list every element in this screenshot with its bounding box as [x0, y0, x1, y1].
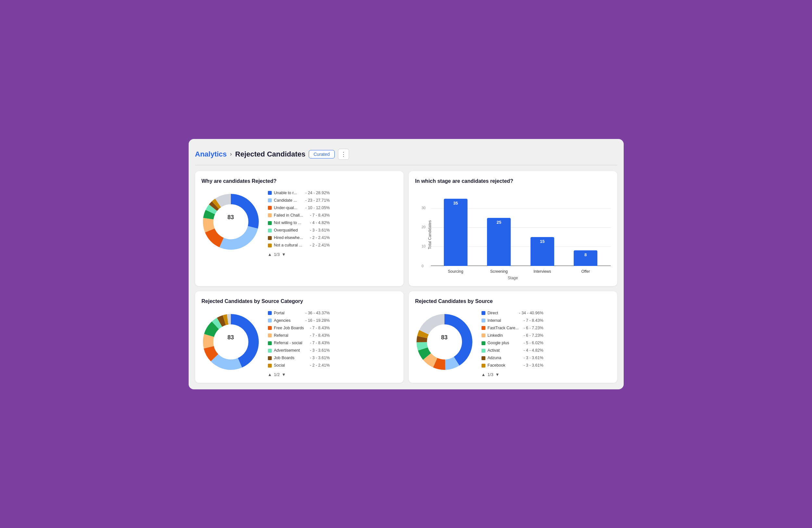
legend-label: Adzuna [488, 354, 521, 362]
source-rejected-legend: Direct - 34 - 40.96% Internal - 7 - 8.43… [481, 310, 543, 377]
bar-value: 25 [497, 220, 501, 225]
legend-color [481, 356, 485, 360]
legend-color [268, 356, 272, 360]
why-rejected-title: Why are candidates Rejected? [202, 178, 397, 184]
legend-item: Under-qual... - 10 - 12.05% [268, 204, 330, 212]
legend-value: - 2 - 2.41% [310, 234, 330, 242]
pag-up-icon2: ▲ [268, 372, 272, 377]
svg-point-21 [218, 330, 243, 354]
legend-item: Social - 2 - 2.41% [268, 362, 330, 369]
why-rejected-legend: Unable to r... - 24 - 28.92% Candidate .… [268, 189, 330, 257]
why-rejected-donut: 83 [202, 192, 260, 253]
main-container: Analytics › Rejected Candidates Curated … [189, 139, 624, 389]
legend-label: Referral [274, 332, 308, 339]
legend-color [268, 341, 272, 345]
legend-color [268, 206, 272, 210]
page-title: Rejected Candidates [235, 150, 305, 158]
legend-color [268, 318, 272, 323]
legend-color [481, 341, 485, 345]
pag-down-icon2[interactable]: ▼ [281, 372, 286, 377]
legend-label: Portal [274, 310, 303, 317]
legend-label: Hired elsewhe... [274, 234, 308, 242]
legend-item: Overqualified - 3 - 3.61% [268, 227, 330, 234]
source-category-donut: 83 [202, 313, 260, 373]
x-axis-label: Stage [508, 276, 518, 280]
svg-point-10 [218, 210, 243, 234]
header: Analytics › Rejected Candidates Curated … [195, 145, 617, 165]
why-rejected-pagination[interactable]: ▲ 1/3 ▼ [268, 252, 330, 257]
legend-item: Referral - 7 - 8.43% [268, 332, 330, 339]
stage-chart-area: Total Candidates 10 20 30 0 35Sourcing [415, 189, 611, 280]
bar-fill: 25 [487, 218, 511, 266]
legend-value: - 7 - 8.43% [523, 317, 543, 324]
y-tick-0: 0 [422, 264, 424, 268]
legend-label: Direct [488, 310, 517, 317]
legend-item: Activat - 4 - 4.82% [481, 347, 543, 354]
legend-value: - 5 - 6.02% [523, 339, 543, 347]
legend-color [268, 213, 272, 217]
stage-rejected-title: In which stage are candidates rejected? [415, 178, 611, 184]
source-category-chart-area: 83 Portal - 36 - 43.37% Agencies - 16 - … [202, 310, 397, 377]
bar-group: 25Screening [477, 189, 521, 266]
legend-color [481, 333, 485, 338]
legend-label: Internal [488, 317, 521, 324]
legend-color [481, 326, 485, 330]
legend-label: LinkedIn [488, 332, 521, 339]
more-options-button[interactable]: ⋮ [338, 149, 349, 160]
legend-label: FastTrack Care... [488, 324, 521, 332]
pag-down-icon[interactable]: ▼ [281, 252, 286, 257]
bar-value: 15 [540, 239, 545, 244]
legend-color [268, 191, 272, 195]
bar-fill: 15 [531, 237, 554, 266]
source-rejected-card: Rejected Candidates by Source 83 Direct … [409, 291, 617, 383]
legend-value: - 7 - 8.43% [310, 332, 330, 339]
legend-item: Not a cultural ... - 2 - 2.41% [268, 242, 330, 249]
legend-color [481, 311, 485, 315]
legend-label: Not willing to ... [274, 219, 308, 227]
legend-value: - 3 - 3.61% [310, 354, 330, 362]
source-rejected-pagination[interactable]: ▲ 1/3 ▼ [481, 372, 543, 377]
legend-color [268, 311, 272, 315]
legend-value: - 7 - 8.43% [310, 324, 330, 332]
legend-label: Overqualified [274, 227, 308, 234]
legend-label: Facebook [488, 362, 521, 369]
legend-color [268, 244, 272, 247]
why-rejected-svg [202, 192, 260, 251]
legend-item: Job Boards - 3 - 3.61% [268, 354, 330, 362]
legend-label: Social [274, 362, 308, 369]
legend-item: Hired elsewhe... - 2 - 2.41% [268, 234, 330, 242]
legend-value: - 7 - 8.43% [310, 339, 330, 347]
source-rejected-page: 1/3 [487, 372, 493, 377]
source-category-legend: Portal - 36 - 43.37% Agencies - 16 - 19.… [268, 310, 330, 377]
legend-item: Not willing to ... - 4 - 4.82% [268, 219, 330, 227]
legend-label: Google plus [488, 339, 521, 347]
legend-value: - 6 - 7.23% [523, 324, 543, 332]
legend-label: Under-qual... [274, 204, 303, 212]
pag-down-icon3[interactable]: ▼ [495, 372, 499, 377]
legend-label: Agencies [274, 317, 303, 324]
legend-value: - 2 - 2.41% [310, 242, 330, 249]
legend-item: Free Job Boards - 7 - 8.43% [268, 324, 330, 332]
pag-up-icon3: ▲ [481, 372, 486, 377]
legend-value: - 34 - 40.96% [519, 310, 543, 317]
source-category-page: 1/2 [274, 372, 279, 377]
bar-label: Interviews [534, 269, 551, 274]
bar-value: 35 [453, 201, 458, 205]
legend-item: Failed in Chall... - 7 - 8.43% [268, 212, 330, 219]
bar-group: 15Interviews [521, 189, 564, 266]
legend-color [481, 318, 485, 323]
charts-grid: Why are candidates Rejected? 83 Unable t… [195, 171, 617, 383]
legend-value: - 4 - 4.82% [523, 347, 543, 354]
svg-point-32 [432, 330, 457, 354]
legend-value: - 16 - 19.28% [305, 317, 330, 324]
legend-value: - 3 - 3.61% [523, 362, 543, 369]
legend-color [268, 326, 272, 330]
legend-value: - 24 - 28.92% [305, 189, 330, 197]
legend-label: Unable to r... [274, 189, 303, 197]
source-category-pagination[interactable]: ▲ 1/2 ▼ [268, 372, 330, 377]
legend-label: Activat [488, 347, 521, 354]
source-rejected-title: Rejected Candidates by Source [415, 298, 611, 304]
bar-label: Offer [581, 269, 590, 274]
curated-badge[interactable]: Curated [309, 150, 335, 158]
analytics-link[interactable]: Analytics [195, 150, 227, 158]
